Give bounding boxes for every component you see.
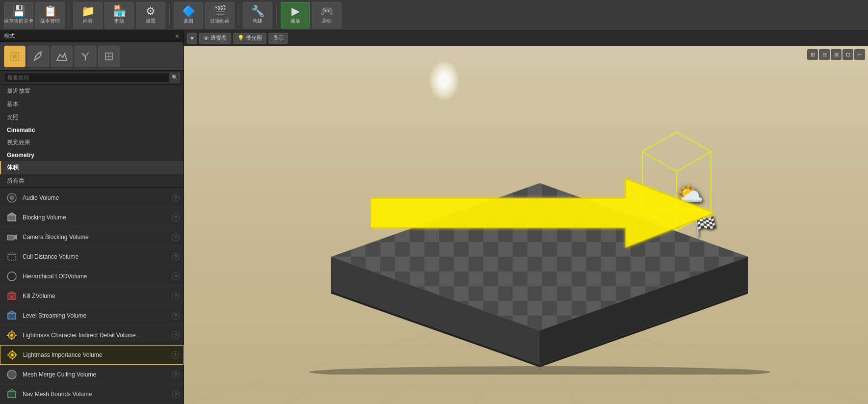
cull-distance-label: Cull Distance Volume bbox=[23, 253, 172, 260]
viewport-dropdown[interactable]: ▼ bbox=[187, 33, 197, 44]
svg-marker-10 bbox=[8, 213, 16, 215]
lightmass-char-help[interactable]: ? bbox=[172, 331, 180, 339]
search-bar: 🔍 bbox=[0, 71, 184, 84]
vp-maximize-button[interactable]: ⊞ bbox=[807, 49, 818, 60]
svg-line-70 bbox=[642, 211, 677, 230]
source-control-button[interactable]: 📋 版本管理 bbox=[35, 2, 65, 28]
lightmass-box-wireframe bbox=[628, 122, 726, 230]
settings-button[interactable]: ⚙ 设置 bbox=[136, 2, 165, 28]
audio-volume-label: Audio Volume bbox=[23, 194, 172, 201]
cull-distance-icon bbox=[5, 250, 19, 264]
mesh-merge-help[interactable]: ? bbox=[172, 371, 180, 378]
lightmass-importance-help[interactable]: ? bbox=[171, 351, 179, 359]
volume-item-cull-distance[interactable]: Cull Distance Volume ? bbox=[0, 247, 184, 267]
landscape-mode-icon bbox=[56, 51, 68, 62]
player-start-icon: 🏁 bbox=[694, 215, 717, 237]
search-input[interactable] bbox=[4, 73, 170, 82]
svg-marker-36 bbox=[8, 389, 16, 392]
lightmass-importance-label: Lightmass Importance Volume bbox=[23, 351, 171, 358]
mode-tab-landscape[interactable] bbox=[51, 46, 73, 67]
vp-close-button[interactable]: ⊡ bbox=[842, 49, 853, 60]
play-button[interactable]: ▶ 播放 bbox=[281, 2, 310, 28]
category-recent[interactable]: 最近放置 bbox=[0, 84, 184, 98]
svg-marker-17 bbox=[8, 291, 16, 294]
content-browser-button[interactable]: 📁 内容 bbox=[73, 2, 103, 28]
lightmass-importance-icon bbox=[5, 348, 19, 362]
level-streaming-help[interactable]: ? bbox=[172, 312, 180, 320]
volume-item-audio[interactable]: Audio Volume ? bbox=[0, 188, 184, 208]
svg-point-8 bbox=[9, 195, 14, 200]
save-button[interactable]: 💾 保存当前关卡 bbox=[4, 2, 33, 28]
svg-point-56 bbox=[309, 366, 770, 375]
show-button[interactable]: 显示 bbox=[268, 33, 288, 44]
mesh-merge-icon bbox=[5, 368, 19, 381]
category-all[interactable]: 所有类 bbox=[0, 174, 184, 188]
category-basic[interactable]: 基本 bbox=[0, 98, 184, 111]
blocking-volume-help[interactable]: ? bbox=[172, 214, 180, 221]
svg-rect-35 bbox=[8, 392, 16, 398]
mode-tab-select[interactable] bbox=[4, 46, 26, 67]
svg-marker-65 bbox=[642, 132, 711, 171]
category-lighting[interactable]: 光照 bbox=[0, 111, 184, 124]
toolbar-separator-1 bbox=[69, 4, 69, 26]
svg-marker-3 bbox=[57, 54, 67, 60]
volume-item-mesh-merge[interactable]: Mesh Merge Culling Volume ? bbox=[0, 365, 184, 384]
mode-tab-mesh[interactable] bbox=[98, 46, 120, 67]
mode-tab-paint[interactable] bbox=[27, 46, 49, 67]
svg-point-34 bbox=[7, 370, 16, 379]
volume-item-kill-z[interactable]: Kill ZVolume ? bbox=[0, 286, 184, 306]
category-cinematic[interactable]: Cinematic bbox=[0, 124, 184, 136]
hierarchical-lod-label: Hierarchical LODVolume bbox=[23, 273, 172, 280]
nav-mesh-help[interactable]: ? bbox=[172, 390, 180, 398]
svg-point-15 bbox=[7, 272, 16, 281]
search-button[interactable]: 🔍 bbox=[170, 73, 180, 82]
scene-container[interactable]: ⛅ 🏁 ⊞ ⊟ ⊠ ⊡ ⊢ bbox=[184, 46, 868, 404]
nav-mesh-icon bbox=[5, 387, 19, 401]
category-geometry[interactable]: Geometry bbox=[0, 149, 184, 161]
viewport: ▼ 👁 透视图 💡 带光照 显示 bbox=[184, 30, 868, 404]
svg-rect-9 bbox=[8, 215, 16, 221]
marketplace-button[interactable]: 🏪 市场 bbox=[105, 2, 134, 28]
mesh-merge-label: Mesh Merge Culling Volume bbox=[23, 371, 172, 378]
kill-z-help[interactable]: ? bbox=[172, 292, 180, 300]
top-toolbar: 💾 保存当前关卡 📋 版本管理 📁 内容 🏪 市场 ⚙ 设置 🔷 蓝图 🎬 过场… bbox=[0, 0, 868, 30]
modes-panel-close[interactable]: ✕ bbox=[175, 33, 180, 40]
vp-restore-button[interactable]: ⊠ bbox=[831, 49, 842, 60]
vp-minimize-button[interactable]: ⊟ bbox=[819, 49, 830, 60]
volume-list: Audio Volume ? Blocking Volume ? bbox=[0, 188, 184, 404]
category-volume[interactable]: 体积 bbox=[0, 161, 184, 174]
blocking-volume-label: Blocking Volume bbox=[23, 214, 172, 221]
blueprint-button[interactable]: 🔷 蓝图 bbox=[174, 2, 203, 28]
modes-panel-title: 模式 bbox=[4, 32, 15, 40]
kill-z-label: Kill ZVolume bbox=[23, 293, 172, 299]
volume-item-level-streaming[interactable]: Level Streaming Volume ? bbox=[0, 306, 184, 325]
category-visual[interactable]: 视觉效果 bbox=[0, 136, 184, 149]
lighting-button[interactable]: 💡 带光照 bbox=[233, 33, 266, 44]
volume-item-nav-mesh[interactable]: Nav Mesh Bounds Volume ? bbox=[0, 384, 184, 404]
volume-item-lightmass-importance[interactable]: Lightmass Importance Volume ? bbox=[0, 345, 184, 365]
launch-button[interactable]: 🎮 启动 bbox=[312, 2, 342, 28]
toolbar-separator-4 bbox=[276, 4, 277, 26]
cinematic-button[interactable]: 🎬 过场动画 bbox=[205, 2, 235, 28]
camera-blocking-help[interactable]: ? bbox=[172, 233, 180, 241]
paint-mode-icon bbox=[32, 51, 44, 62]
volume-item-hierarchical-lod[interactable]: Hierarchical LODVolume ? bbox=[0, 267, 184, 286]
audio-volume-help[interactable]: ? bbox=[172, 194, 180, 202]
volume-item-blocking[interactable]: Blocking Volume ? bbox=[0, 208, 184, 227]
viewport-toolbar: ▼ 👁 透视图 💡 带光照 显示 bbox=[184, 30, 868, 46]
mode-tab-foliage[interactable] bbox=[75, 46, 96, 67]
build-button[interactable]: 🔧 构建 bbox=[243, 2, 272, 28]
modes-panel-header: 模式 ✕ bbox=[0, 30, 184, 42]
camera-blocking-icon bbox=[5, 230, 19, 244]
volume-item-lightmass-char[interactable]: Lightmass Character Indirect Detail Volu… bbox=[0, 325, 184, 345]
hierarchical-lod-help[interactable]: ? bbox=[172, 272, 180, 280]
lightmass-char-icon bbox=[5, 328, 19, 342]
volume-item-camera-blocking[interactable]: Camera Blocking Volume ? bbox=[0, 227, 184, 247]
svg-point-23 bbox=[10, 334, 13, 337]
hierarchical-lod-icon bbox=[5, 269, 19, 283]
perspective-button[interactable]: 👁 透视图 bbox=[199, 33, 231, 44]
cull-distance-help[interactable]: ? bbox=[172, 253, 180, 261]
viewport-corner-controls: ⊞ ⊟ ⊠ ⊡ ⊢ bbox=[807, 49, 865, 60]
vp-expand-button[interactable]: ⊢ bbox=[854, 49, 865, 60]
sun-light bbox=[429, 61, 459, 100]
